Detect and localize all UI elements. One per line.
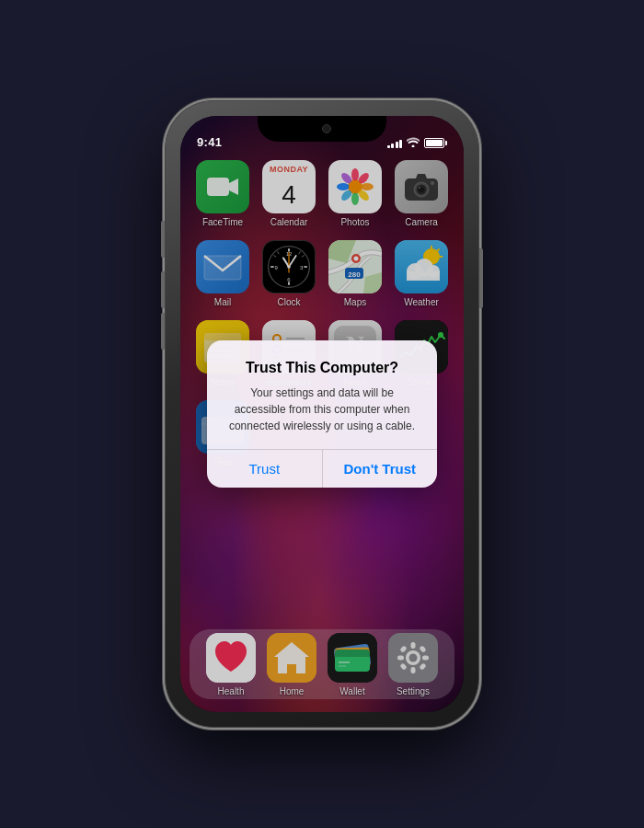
signal-bars	[387, 138, 403, 148]
phone-screen: 9:41	[180, 116, 464, 712]
wifi-icon	[407, 137, 420, 149]
status-time: 9:41	[197, 135, 222, 149]
signal-bar-1	[387, 145, 390, 148]
signal-bar-4	[399, 140, 402, 148]
battery-fill	[426, 140, 443, 146]
dialog-buttons: Trust Don't Trust	[207, 449, 437, 488]
dialog-content: Trust This Computer? Your settings and d…	[207, 340, 437, 450]
dialog-overlay: Trust This Computer? Your settings and d…	[180, 116, 464, 712]
trust-dialog: Trust This Computer? Your settings and d…	[207, 340, 437, 489]
signal-bar-2	[391, 144, 394, 148]
battery	[424, 138, 447, 148]
trust-button[interactable]: Trust	[207, 450, 323, 488]
dont-trust-button[interactable]: Don't Trust	[323, 450, 438, 488]
battery-tip	[445, 141, 447, 145]
battery-body	[424, 138, 444, 148]
phone-frame: 9:41	[166, 101, 478, 727]
notch	[258, 116, 386, 142]
front-camera	[322, 124, 331, 133]
dialog-message: Your settings and data will be accessibl…	[224, 385, 420, 434]
status-icons	[387, 137, 448, 149]
signal-bar-3	[396, 142, 398, 148]
dialog-title: Trust This Computer?	[224, 359, 420, 378]
